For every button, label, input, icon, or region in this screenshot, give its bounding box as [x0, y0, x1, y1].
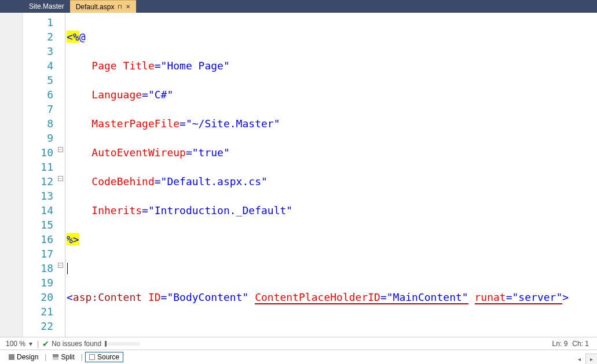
fold-toggle[interactable]: −	[58, 176, 63, 181]
issues-label[interactable]: No issues found	[52, 340, 101, 348]
col-indicator: Ch: 1	[572, 340, 589, 348]
zoom-dropdown[interactable]: ▾	[27, 340, 35, 348]
view-split[interactable]: Split	[49, 352, 78, 362]
design-icon	[9, 354, 14, 360]
tab-label: Default.aspx	[76, 3, 115, 11]
mini-scrollbar[interactable]	[105, 342, 140, 345]
split-icon	[53, 354, 58, 360]
line-number-gutter: 123 456 789 101112 131415 161718 192021 …	[23, 13, 58, 337]
source-icon	[89, 354, 95, 360]
tab-label: Site.Master	[29, 2, 64, 10]
fold-toggle[interactable]: −	[58, 147, 63, 152]
code-surface[interactable]: <%@ Page Title="Home Page" Language="C#"…	[65, 13, 597, 337]
tab-bar: Site.Master Default.aspx ⊓ ✕	[0, 0, 597, 13]
scroll-left-icon[interactable]: ◂	[574, 354, 584, 364]
fold-gutter: − − −	[58, 13, 65, 337]
check-icon: ✔	[42, 339, 49, 348]
breakpoint-margin[interactable]	[0, 13, 23, 337]
zoom-level: 100 %	[0, 340, 27, 348]
view-source[interactable]: Source	[85, 352, 123, 362]
tab-default-aspx[interactable]: Default.aspx ⊓ ✕	[70, 0, 137, 13]
pin-icon[interactable]: ⊓	[118, 3, 122, 10]
fold-toggle[interactable]: −	[58, 263, 63, 268]
view-design[interactable]: Design	[5, 352, 42, 362]
close-icon[interactable]: ✕	[126, 3, 130, 10]
scroll-right-icon[interactable]: ▸	[585, 354, 597, 364]
line-indicator: Ln: 9	[552, 340, 568, 348]
editor: 123 456 789 101112 131415 161718 192021 …	[0, 13, 597, 337]
text-caret	[67, 263, 68, 274]
tab-site-master[interactable]: Site.Master	[23, 0, 70, 13]
view-switch-bar: Design | Split | Source ◂ ▸	[0, 350, 597, 364]
status-bar: 100 % ▾ | ✔ No issues found Ln: 9 Ch: 1	[0, 337, 597, 350]
